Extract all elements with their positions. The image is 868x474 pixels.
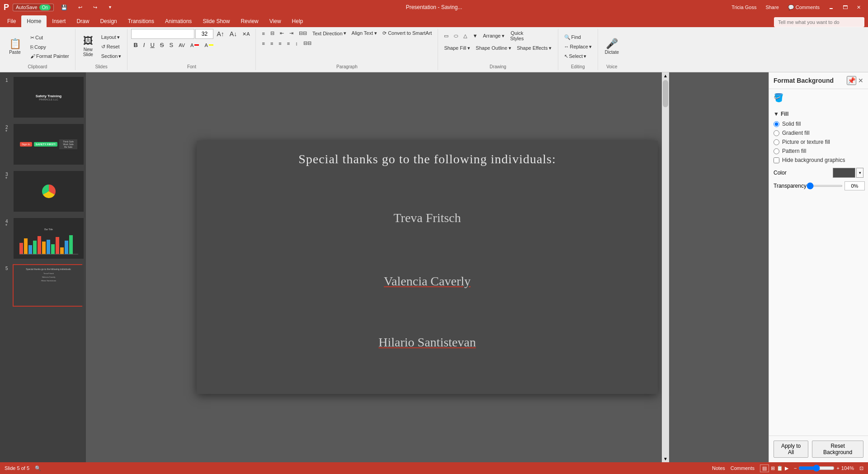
copy-button[interactable]: ⎘ Copy: [28, 43, 71, 51]
font-color-button[interactable]: A: [188, 41, 201, 49]
reset-button[interactable]: ↺ Reset: [99, 43, 124, 51]
notes-button[interactable]: Notes: [712, 465, 725, 471]
normal-view-button[interactable]: ▤: [760, 465, 769, 472]
save-button[interactable]: 💾: [57, 4, 71, 11]
tab-help[interactable]: Help: [287, 15, 309, 27]
dictate-button[interactable]: 🎤 Dictate: [602, 37, 622, 57]
select-button[interactable]: ↖ Select ▾: [562, 52, 594, 61]
slide-sorter-button[interactable]: ⊞: [771, 465, 775, 472]
tab-insert[interactable]: Insert: [47, 15, 71, 27]
autosave-badge[interactable]: AutoSave On: [13, 4, 54, 11]
find-button[interactable]: 🔍 Find: [562, 33, 594, 42]
tab-file[interactable]: File: [2, 15, 21, 27]
maximize-button[interactable]: 🗖: [839, 4, 851, 11]
shape-fill-button[interactable]: Shape Fill ▾: [442, 44, 472, 52]
shadow-button[interactable]: S: [167, 40, 176, 50]
decrease-indent-button[interactable]: ⇤: [278, 29, 286, 38]
italic-button[interactable]: I: [141, 40, 147, 50]
apply-to-all-button[interactable]: Apply to All: [774, 441, 808, 458]
underline-button[interactable]: U: [148, 40, 156, 50]
slide-canvas[interactable]: Special thanks go to the following indiv…: [197, 141, 658, 394]
undo-button[interactable]: ↩: [75, 4, 86, 11]
section-button[interactable]: Section ▾: [99, 52, 124, 61]
solid-fill-option[interactable]: Solid fill: [774, 121, 863, 127]
tab-view[interactable]: View: [264, 15, 287, 27]
accessibility-button[interactable]: 🔍: [35, 465, 41, 471]
line-spacing-button[interactable]: ↕: [293, 39, 300, 47]
text-direction-button[interactable]: Text Direction ▾: [310, 29, 349, 38]
convert-smartart-button[interactable]: ⟳ Convert to SmartArt: [380, 29, 434, 38]
pattern-fill-option[interactable]: Pattern fill: [774, 148, 863, 154]
cut-button[interactable]: ✂ Cut: [28, 33, 71, 42]
shape-tri[interactable]: △: [461, 32, 469, 40]
comments-button[interactable]: 💬 Comments: [784, 4, 823, 11]
picture-fill-option[interactable]: Picture or texture fill: [774, 139, 863, 145]
reset-background-button[interactable]: Reset Background: [812, 441, 863, 458]
slide-thumb-1[interactable]: 1 Safety Training PINNACLE LLC: [13, 76, 82, 118]
hide-graphics-option[interactable]: Hide background graphics: [774, 157, 863, 163]
highlight-button[interactable]: A: [202, 41, 215, 49]
close-button[interactable]: ✕: [853, 4, 864, 11]
bullets-button[interactable]: ≡: [259, 29, 267, 38]
share-button[interactable]: Share: [762, 4, 782, 11]
paste-button[interactable]: 📋 Paste: [4, 37, 26, 57]
redo-button[interactable]: ↪: [90, 4, 101, 11]
tab-animations[interactable]: Animations: [160, 15, 197, 27]
increase-font-button[interactable]: A↑: [214, 29, 226, 39]
slide-thumb-4[interactable]: 4 * Bar Title: [13, 217, 82, 260]
format-panel-close-button[interactable]: ✕: [858, 76, 863, 85]
color-swatch[interactable]: [833, 168, 855, 178]
scroll-up-button[interactable]: ▲: [662, 72, 669, 79]
align-text-button[interactable]: Align Text ▾: [349, 29, 380, 38]
add-remove-columns-button[interactable]: ⊟⊟: [301, 39, 314, 47]
align-center-button[interactable]: ≡: [268, 39, 275, 47]
align-right-button[interactable]: ≡: [276, 39, 283, 47]
scroll-thumb[interactable]: [663, 80, 668, 107]
font-name-input[interactable]: [131, 29, 194, 39]
increase-indent-button[interactable]: ⇥: [287, 29, 296, 38]
shape-round[interactable]: ⬭: [452, 32, 460, 40]
arrange-button[interactable]: Arrange ▾: [481, 32, 507, 40]
search-ribbon-input[interactable]: [774, 17, 864, 27]
slide-thumb-2[interactable]: 2 * Sign In SAFETY FIRST! Think SafeWork…: [13, 123, 82, 166]
char-spacing-button[interactable]: AV: [176, 41, 187, 49]
bold-button[interactable]: B: [131, 40, 140, 50]
columns-button[interactable]: ⊟⊟: [297, 29, 309, 38]
zoom-slider[interactable]: [798, 465, 835, 472]
slide-thumb-5[interactable]: 5 Special thanks go to the following ind…: [13, 264, 82, 307]
scroll-down-button[interactable]: ▼: [662, 455, 669, 462]
clear-formatting-button[interactable]: ✕A: [240, 30, 252, 38]
shape-rect[interactable]: ▭: [442, 32, 451, 40]
zoom-out-button[interactable]: −: [794, 465, 797, 471]
shape-outline-button[interactable]: Shape Outline ▾: [473, 44, 514, 52]
zoom-in-button[interactable]: +: [836, 465, 839, 471]
tab-home[interactable]: Home: [21, 15, 47, 27]
customize-qat-button[interactable]: ▼: [104, 4, 116, 10]
fit-to-window-button[interactable]: ⊡: [859, 465, 863, 471]
shape-more[interactable]: ▼: [470, 32, 480, 40]
vertical-scrollbar[interactable]: ▲ ▼: [662, 72, 669, 462]
format-painter-button[interactable]: 🖌 Format Painter: [28, 52, 71, 60]
gradient-fill-radio[interactable]: [774, 130, 779, 136]
tab-transitions[interactable]: Transitions: [123, 15, 160, 27]
numbering-button[interactable]: ⊟: [268, 29, 277, 38]
minimize-button[interactable]: 🗕: [825, 4, 837, 11]
decrease-font-button[interactable]: A↓: [227, 29, 239, 39]
name3-text[interactable]: Hilario Santistevan: [378, 335, 476, 349]
tab-design[interactable]: Design: [94, 15, 122, 27]
transparency-value-input[interactable]: [844, 181, 865, 190]
new-slide-button[interactable]: 🖼 NewSlide: [79, 34, 97, 59]
name1-text[interactable]: Treva Fritsch: [393, 211, 461, 225]
transparency-slider[interactable]: [807, 185, 843, 187]
solid-fill-radio[interactable]: [774, 121, 779, 127]
tab-review[interactable]: Review: [235, 15, 264, 27]
strikethrough-button[interactable]: S: [158, 40, 166, 50]
comments-status-button[interactable]: Comments: [731, 465, 755, 471]
shape-effects-button[interactable]: Shape Effects ▾: [514, 44, 554, 52]
picture-fill-radio[interactable]: [774, 139, 779, 145]
font-size-input[interactable]: [195, 29, 213, 39]
replace-button[interactable]: ↔ Replace ▾: [562, 43, 594, 51]
tab-slideshow[interactable]: Slide Show: [197, 15, 235, 27]
pattern-fill-radio[interactable]: [774, 148, 779, 154]
name2-text[interactable]: Valencia Caverly: [384, 274, 471, 288]
